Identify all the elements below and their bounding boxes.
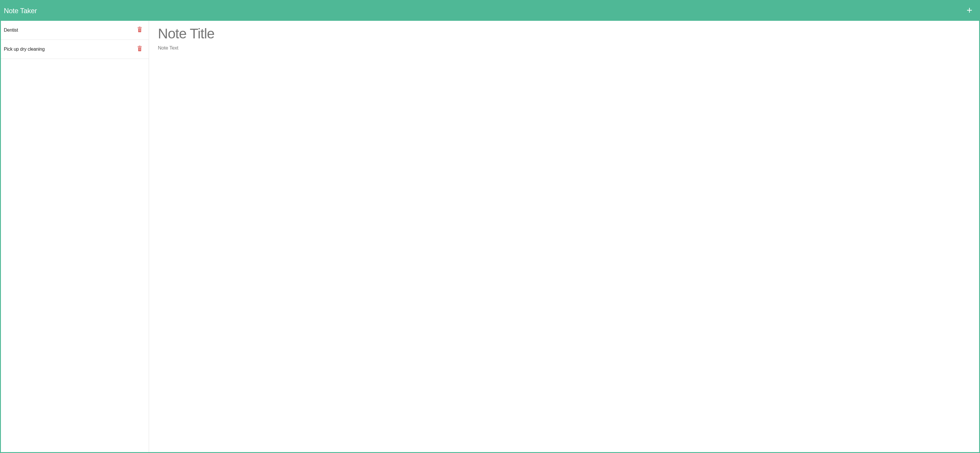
note-list-item[interactable]: Pick up dry cleaning (1, 40, 149, 59)
app-container: Note Taker Dentist Pick up dry cleaning (0, 0, 980, 453)
add-note-button[interactable] (964, 5, 975, 17)
note-item-title: Pick up dry cleaning (4, 47, 45, 52)
notes-sidebar: Dentist Pick up dry cleaning (1, 21, 149, 452)
app-title: Note Taker (4, 7, 37, 15)
note-title-input[interactable] (158, 24, 970, 43)
trash-icon (137, 46, 142, 53)
delete-note-button[interactable] (137, 45, 143, 53)
trash-icon (137, 27, 142, 34)
note-list-item[interactable]: Dentist (1, 21, 149, 40)
note-item-title: Dentist (4, 27, 18, 33)
note-body-input[interactable] (158, 45, 970, 192)
delete-note-button[interactable] (137, 26, 143, 34)
plus-icon (965, 6, 974, 16)
content: Dentist Pick up dry cleaning (1, 21, 979, 452)
note-editor (149, 21, 979, 452)
header: Note Taker (1, 1, 979, 21)
